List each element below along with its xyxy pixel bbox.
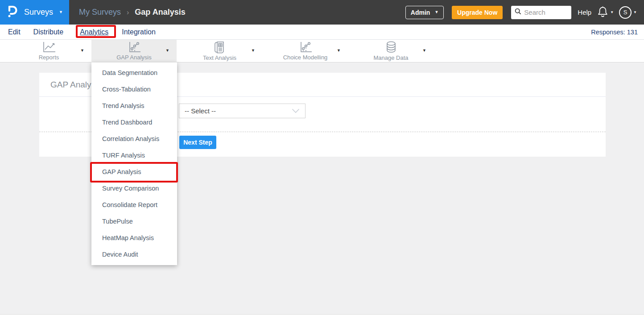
caret-down-icon: ▼ <box>422 49 426 53</box>
menu-item-heatmap-analysis[interactable]: HeatMap Analysis <box>91 230 177 246</box>
next-step-button[interactable]: Next Step <box>179 136 216 149</box>
admin-dropdown-button[interactable]: Admin ▼ <box>405 6 444 19</box>
product-name: Surveys <box>24 8 53 17</box>
caret-down-icon: ▼ <box>633 11 637 14</box>
menu-item-gap-analysis[interactable]: GAP Analysis <box>91 164 177 180</box>
menu-item-consolidate-report[interactable]: Consolidate Report <box>91 197 177 213</box>
menu-item-trend-analysis[interactable]: Trend Analysis <box>91 98 177 114</box>
toolbar-item-label: Manage Data <box>373 54 408 61</box>
chevron-down-icon <box>292 107 300 115</box>
responses-count: Responses: 131 <box>591 29 638 36</box>
breadcrumb: My Surveys › Gap Analysis <box>79 8 186 17</box>
menu-item-device-audit[interactable]: Device Audit <box>91 246 177 263</box>
caret-down-icon: ▼ <box>434 10 438 14</box>
gap-analysis-dropdown-menu: Data Segmentation Cross-Tabulation Trend… <box>91 62 177 265</box>
toolbar-gap-analysis[interactable]: GAP Analysis ▼ <box>91 40 177 62</box>
tab-edit[interactable]: Edit <box>8 28 21 36</box>
select-value: -- Select -- <box>185 107 292 115</box>
breadcrumb-my-surveys[interactable]: My Surveys <box>79 8 121 17</box>
menu-item-turf-analysis[interactable]: TURF Analysis <box>91 147 177 164</box>
scatter-chart-icon <box>125 42 143 53</box>
caret-down-icon: ▼ <box>80 49 84 53</box>
breadcrumb-current-page: Gap Analysis <box>135 8 185 17</box>
app-window: Surveys ▼ My Surveys › Gap Analysis Admi… <box>0 0 644 328</box>
tab-integration[interactable]: Integration <box>122 28 156 36</box>
scatter-chart-icon <box>297 42 314 53</box>
header-actions: Admin ▼ Upgrade Now Help <box>405 6 644 19</box>
toolbar-item-label: GAP Analysis <box>116 54 152 61</box>
questionpro-logo-icon <box>6 4 18 20</box>
toolbar-item-label: Reports <box>39 54 59 61</box>
menu-item-trend-dashboard[interactable]: Trend Dashboard <box>91 114 177 131</box>
toolbar-item-label: Text Analysis <box>203 54 236 61</box>
upgrade-now-button[interactable]: Upgrade Now <box>452 6 503 19</box>
top-header: Surveys ▼ My Surveys › Gap Analysis Admi… <box>0 0 644 25</box>
menu-item-tubepulse[interactable]: TubePulse <box>91 213 177 230</box>
menu-item-cross-tabulation[interactable]: Cross-Tabulation <box>91 81 177 98</box>
search-icon <box>515 8 521 17</box>
search-input[interactable] <box>524 8 564 16</box>
question-select[interactable]: -- Select -- <box>179 104 305 118</box>
toolbar-text-analysis[interactable]: Text Analysis ▼ <box>177 40 262 62</box>
bell-icon <box>598 6 608 19</box>
survey-nav: Edit Distribute Analytics Integration Re… <box>0 25 644 40</box>
toolbar-choice-modelling[interactable]: Choice Modelling ▼ <box>263 40 348 62</box>
user-account-menu[interactable]: S ▼ <box>619 6 637 19</box>
toolbar-manage-data[interactable]: Manage Data ▼ <box>348 40 433 62</box>
avatar: S <box>619 6 632 19</box>
help-link[interactable]: Help <box>578 8 591 16</box>
tab-distribute[interactable]: Distribute <box>33 28 64 36</box>
surveys-menu[interactable]: Surveys ▼ <box>0 0 69 25</box>
header-search[interactable] <box>511 6 571 19</box>
caret-down-icon: ▼ <box>59 10 63 14</box>
database-icon <box>384 41 398 54</box>
caret-down-icon: ▼ <box>251 49 255 53</box>
notifications-menu[interactable]: ▼ <box>598 6 614 19</box>
menu-item-data-segmentation[interactable]: Data Segmentation <box>91 65 177 81</box>
caret-down-icon: ▼ <box>610 11 614 14</box>
menu-item-survey-comparison[interactable]: Survey Comparison <box>91 180 177 197</box>
toolbar-reports[interactable]: Reports ▼ <box>6 40 91 62</box>
admin-label: Admin <box>411 9 430 16</box>
tab-analytics[interactable]: Analytics <box>80 28 108 36</box>
caret-down-icon: ▼ <box>165 49 169 53</box>
caret-down-icon: ▼ <box>337 49 341 53</box>
line-chart-icon <box>40 42 58 53</box>
footer-strip <box>0 314 644 328</box>
breadcrumb-separator-icon: › <box>127 8 129 17</box>
analytics-toolbar: Reports ▼ GAP Analysis ▼ <box>0 40 644 62</box>
toolbar-item-label: Choice Modelling <box>283 54 328 61</box>
document-icon <box>213 41 227 54</box>
menu-item-correlation-analysis[interactable]: Correlation Analysis <box>91 131 177 147</box>
